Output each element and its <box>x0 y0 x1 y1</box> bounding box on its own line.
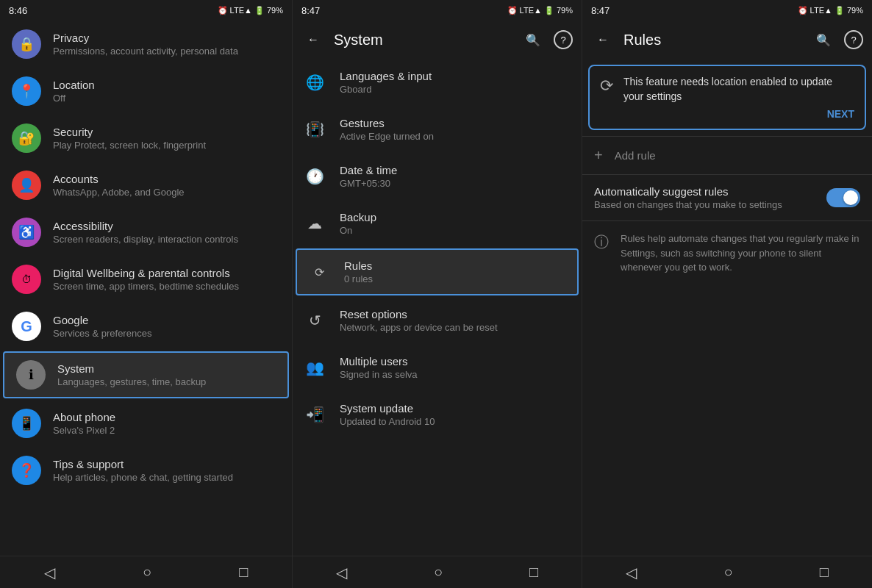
add-rule-label: Add rule <box>615 149 656 162</box>
menu-item-languages[interactable]: 🌐 Languages & input Gboard <box>293 59 582 106</box>
recents-button-2[interactable]: □ <box>515 558 553 587</box>
help-icon-2[interactable]: ? <box>554 30 573 49</box>
settings-main-panel: 8:46 ⏰ LTE▲ 🔋 79% 🔒 Privacy Permissions,… <box>0 0 293 588</box>
security-subtitle: Play Protect, screen lock, fingerprint <box>53 140 280 151</box>
location-notice-card: ⟳ This feature needs location enabled to… <box>588 65 866 130</box>
settings-item-accounts[interactable]: 👤 Accounts WhatsApp, Adobe, and Google <box>0 162 292 209</box>
auto-suggest-toggle[interactable] <box>826 188 860 207</box>
back-button-3[interactable]: ◁ <box>611 558 651 587</box>
backup-title: Backup <box>340 211 570 223</box>
languages-subtitle: Gboard <box>340 84 570 95</box>
menu-item-multiuser[interactable]: 👥 Multiple users Signed in as selva <box>293 344 582 391</box>
recents-button-3[interactable]: □ <box>805 558 843 587</box>
datetime-subtitle: GMT+05:30 <box>340 178 570 189</box>
gestures-subtitle: Active Edge turned on <box>340 131 570 142</box>
settings-item-location[interactable]: 📍 Location Off <box>0 68 292 115</box>
system-title: System <box>57 362 276 375</box>
accessibility-title: Accessibility <box>53 220 280 232</box>
privacy-title: Privacy <box>53 32 280 44</box>
nav-bar-2: ◁ ○ □ <box>293 556 582 588</box>
add-rule-row[interactable]: + Add rule <box>582 137 872 174</box>
settings-list: 🔒 Privacy Permissions, account activity,… <box>0 21 292 556</box>
accounts-title: Accounts <box>53 173 280 185</box>
system-menu-list: 🌐 Languages & input Gboard 📳 Gestures Ac… <box>293 59 582 556</box>
accounts-subtitle: WhatsApp, Adobe, and Google <box>53 187 280 198</box>
back-icon-2[interactable]: ← <box>301 28 325 51</box>
location-title: Location <box>53 79 280 91</box>
back-button-1[interactable]: ◁ <box>29 558 70 587</box>
security-title: Security <box>53 126 280 138</box>
nav-bar-1: ◁ ○ □ <box>0 556 292 588</box>
system-icon: ℹ <box>16 360 46 390</box>
gestures-title: Gestures <box>340 117 570 129</box>
settings-item-about[interactable]: 📱 About phone Selva's Pixel 2 <box>0 400 292 447</box>
settings-item-system[interactable]: ℹ System Languages, gestures, time, back… <box>3 351 289 398</box>
menu-item-datetime[interactable]: 🕐 Date & time GMT+05:30 <box>293 153 582 200</box>
multiuser-title: Multiple users <box>340 355 570 368</box>
home-button-1[interactable]: ○ <box>128 558 166 587</box>
settings-item-security[interactable]: 🔐 Security Play Protect, screen lock, fi… <box>0 115 292 162</box>
settings-item-tips[interactable]: ❓ Tips & support Help articles, phone & … <box>0 447 292 494</box>
accessibility-subtitle: Screen readers, display, interaction con… <box>53 234 280 245</box>
location-subtitle: Off <box>53 93 280 104</box>
search-icon-3[interactable]: 🔍 <box>812 28 835 51</box>
nav-bar-3: ◁ ○ □ <box>582 556 872 588</box>
google-title: Google <box>53 314 280 326</box>
status-time-3: 8:47 <box>591 5 610 16</box>
toggle-knob <box>843 190 858 205</box>
tips-icon: ❓ <box>12 456 41 485</box>
add-icon: + <box>594 147 603 164</box>
wellbeing-icon: ⏱ <box>12 265 41 294</box>
system-app-bar: ← System 🔍 ? <box>293 21 582 59</box>
about-icon: 📱 <box>12 409 41 438</box>
home-button-2[interactable]: ○ <box>419 558 457 587</box>
status-bar-2: 8:47 ⏰ LTE▲ 🔋 79% <box>293 0 582 21</box>
system-panel: 8:47 ⏰ LTE▲ 🔋 79% ← System 🔍 ? 🌐 Languag… <box>293 0 582 588</box>
help-icon-3[interactable]: ? <box>844 30 863 49</box>
status-time-2: 8:47 <box>301 5 320 16</box>
settings-item-privacy[interactable]: 🔒 Privacy Permissions, account activity,… <box>0 21 292 68</box>
status-icons-2: ⏰ LTE▲ 🔋 79% <box>507 6 573 15</box>
system-panel-title: System <box>334 32 512 49</box>
security-icon: 🔐 <box>12 123 41 153</box>
status-bar-3: 8:47 ⏰ LTE▲ 🔋 79% <box>582 0 872 21</box>
rules-info-text: Rules help automate changes that you reg… <box>621 232 860 275</box>
about-subtitle: Selva's Pixel 2 <box>53 425 280 436</box>
next-button[interactable]: NEXT <box>623 108 854 120</box>
privacy-icon: 🔒 <box>12 29 41 59</box>
languages-title: Languages & input <box>340 70 570 82</box>
wellbeing-subtitle: Screen time, app timers, bedtime schedul… <box>53 281 280 292</box>
gestures-icon: 📳 <box>304 119 325 140</box>
home-button-3[interactable]: ○ <box>709 558 747 587</box>
rules-subtitle: 0 rules <box>344 273 565 284</box>
notice-icon: ⟳ <box>600 76 613 96</box>
back-button-2[interactable]: ◁ <box>321 558 362 587</box>
system-subtitle: Languages, gestures, time, backup <box>57 376 276 387</box>
settings-item-wellbeing[interactable]: ⏱ Digital Wellbeing & parental controls … <box>0 256 292 303</box>
rules-panel: 8:47 ⏰ LTE▲ 🔋 79% ← Rules 🔍 ? ⟳ This fea… <box>582 0 872 588</box>
search-icon-2[interactable]: 🔍 <box>521 28 545 51</box>
update-subtitle: Updated to Android 10 <box>340 416 570 427</box>
reset-icon: ↺ <box>304 310 325 331</box>
datetime-icon: 🕐 <box>304 166 325 187</box>
menu-item-gestures[interactable]: 📳 Gestures Active Edge turned on <box>293 106 582 153</box>
recents-button-1[interactable]: □ <box>224 558 262 587</box>
status-icons-3: ⏰ LTE▲ 🔋 79% <box>798 6 863 15</box>
rules-spacer <box>582 285 872 556</box>
settings-item-google[interactable]: G Google Services & preferences <box>0 303 292 350</box>
suggest-subtitle: Based on changes that you make to settin… <box>594 199 815 210</box>
back-icon-3[interactable]: ← <box>591 28 615 51</box>
location-icon: 📍 <box>12 76 41 106</box>
menu-item-rules[interactable]: ⟳ Rules 0 rules <box>296 248 579 295</box>
rules-panel-title: Rules <box>623 32 803 49</box>
multiuser-icon: 👥 <box>304 357 325 378</box>
datetime-title: Date & time <box>340 164 570 176</box>
menu-item-update[interactable]: 📲 System update Updated to Android 10 <box>293 391 582 438</box>
suggest-title: Automatically suggest rules <box>594 185 815 198</box>
settings-item-accessibility[interactable]: ♿ Accessibility Screen readers, display,… <box>0 209 292 256</box>
rules-info-row: ⓘ Rules help automate changes that you r… <box>582 221 872 285</box>
google-icon: G <box>12 312 41 341</box>
menu-item-reset[interactable]: ↺ Reset options Network, apps or device … <box>293 297 582 344</box>
menu-item-backup[interactable]: ☁ Backup On <box>293 200 582 247</box>
info-icon: ⓘ <box>594 232 609 252</box>
